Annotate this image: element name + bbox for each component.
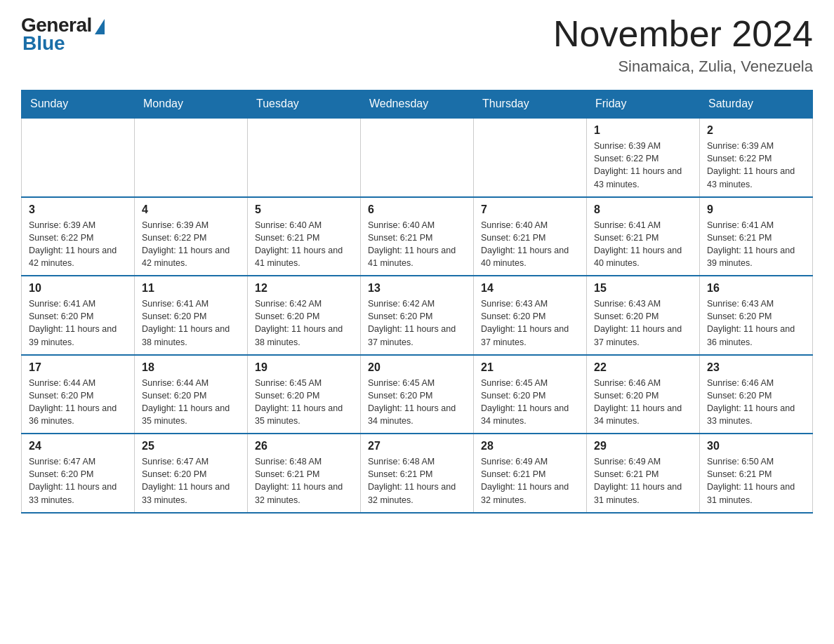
day-number: 5 <box>255 203 353 216</box>
day-number: 8 <box>594 203 692 216</box>
day-number: 19 <box>255 361 353 374</box>
day-info: Sunrise: 6:49 AM Sunset: 6:21 PM Dayligh… <box>594 455 692 507</box>
calendar-cell: 28Sunrise: 6:49 AM Sunset: 6:21 PM Dayli… <box>474 434 587 513</box>
day-number: 18 <box>142 361 240 374</box>
calendar-cell <box>22 118 135 197</box>
day-info: Sunrise: 6:41 AM Sunset: 6:21 PM Dayligh… <box>707 219 805 270</box>
calendar-cell: 24Sunrise: 6:47 AM Sunset: 6:20 PM Dayli… <box>22 434 135 513</box>
logo-blue-text: Blue <box>22 32 65 55</box>
calendar-cell: 9Sunrise: 6:41 AM Sunset: 6:21 PM Daylig… <box>700 197 813 276</box>
calendar-cell <box>474 118 587 197</box>
day-number: 1 <box>594 124 692 137</box>
calendar-cell: 11Sunrise: 6:41 AM Sunset: 6:20 PM Dayli… <box>135 276 248 355</box>
day-info: Sunrise: 6:46 AM Sunset: 6:20 PM Dayligh… <box>707 377 805 428</box>
day-number: 2 <box>707 124 805 137</box>
day-number: 22 <box>594 361 692 374</box>
day-info: Sunrise: 6:46 AM Sunset: 6:20 PM Dayligh… <box>594 377 692 428</box>
day-info: Sunrise: 6:43 AM Sunset: 6:20 PM Dayligh… <box>594 297 692 349</box>
day-number: 16 <box>707 282 805 295</box>
day-number: 9 <box>707 203 805 216</box>
day-info: Sunrise: 6:39 AM Sunset: 6:22 PM Dayligh… <box>29 219 127 270</box>
calendar-week-row: 10Sunrise: 6:41 AM Sunset: 6:20 PM Dayli… <box>22 276 813 355</box>
day-number: 7 <box>481 203 579 216</box>
calendar-cell: 4Sunrise: 6:39 AM Sunset: 6:22 PM Daylig… <box>135 197 248 276</box>
calendar-cell <box>361 118 474 197</box>
calendar-cell: 19Sunrise: 6:45 AM Sunset: 6:20 PM Dayli… <box>248 355 361 434</box>
calendar-week-row: 24Sunrise: 6:47 AM Sunset: 6:20 PM Dayli… <box>22 434 813 513</box>
calendar-cell: 3Sunrise: 6:39 AM Sunset: 6:22 PM Daylig… <box>22 197 135 276</box>
logo: General Blue <box>21 14 105 55</box>
calendar-cell: 5Sunrise: 6:40 AM Sunset: 6:21 PM Daylig… <box>248 197 361 276</box>
day-number: 21 <box>481 361 579 374</box>
calendar-cell: 26Sunrise: 6:48 AM Sunset: 6:21 PM Dayli… <box>248 434 361 513</box>
calendar-cell: 27Sunrise: 6:48 AM Sunset: 6:21 PM Dayli… <box>361 434 474 513</box>
calendar-cell: 7Sunrise: 6:40 AM Sunset: 6:21 PM Daylig… <box>474 197 587 276</box>
calendar-cell: 21Sunrise: 6:45 AM Sunset: 6:20 PM Dayli… <box>474 355 587 434</box>
calendar-cell: 18Sunrise: 6:44 AM Sunset: 6:20 PM Dayli… <box>135 355 248 434</box>
day-info: Sunrise: 6:48 AM Sunset: 6:21 PM Dayligh… <box>368 455 466 507</box>
day-number: 20 <box>368 361 466 374</box>
day-info: Sunrise: 6:45 AM Sunset: 6:20 PM Dayligh… <box>255 377 353 428</box>
day-info: Sunrise: 6:41 AM Sunset: 6:20 PM Dayligh… <box>29 297 127 349</box>
calendar-table: SundayMondayTuesdayWednesdayThursdayFrid… <box>21 90 813 514</box>
calendar-cell: 30Sunrise: 6:50 AM Sunset: 6:21 PM Dayli… <box>700 434 813 513</box>
day-info: Sunrise: 6:47 AM Sunset: 6:20 PM Dayligh… <box>142 455 240 507</box>
weekday-header-saturday: Saturday <box>700 90 813 119</box>
calendar-cell: 17Sunrise: 6:44 AM Sunset: 6:20 PM Dayli… <box>22 355 135 434</box>
day-number: 23 <box>707 361 805 374</box>
day-info: Sunrise: 6:48 AM Sunset: 6:21 PM Dayligh… <box>255 455 353 507</box>
day-info: Sunrise: 6:39 AM Sunset: 6:22 PM Dayligh… <box>707 140 805 191</box>
day-info: Sunrise: 6:42 AM Sunset: 6:20 PM Dayligh… <box>255 297 353 349</box>
calendar-cell: 14Sunrise: 6:43 AM Sunset: 6:20 PM Dayli… <box>474 276 587 355</box>
weekday-header-sunday: Sunday <box>22 90 135 119</box>
day-number: 25 <box>142 440 240 452</box>
day-number: 4 <box>142 203 240 216</box>
title-section: November 2024 Sinamaica, Zulia, Venezuel… <box>553 14 813 76</box>
weekday-header-friday: Friday <box>587 90 700 119</box>
weekday-header-wednesday: Wednesday <box>361 90 474 119</box>
day-info: Sunrise: 6:40 AM Sunset: 6:21 PM Dayligh… <box>255 219 353 270</box>
day-number: 10 <box>29 282 127 295</box>
day-number: 17 <box>29 361 127 374</box>
logo-triangle-icon <box>95 19 105 34</box>
day-info: Sunrise: 6:45 AM Sunset: 6:20 PM Dayligh… <box>368 377 466 428</box>
weekday-header-monday: Monday <box>135 90 248 119</box>
calendar-week-row: 17Sunrise: 6:44 AM Sunset: 6:20 PM Dayli… <box>22 355 813 434</box>
day-number: 15 <box>594 282 692 295</box>
calendar-cell: 12Sunrise: 6:42 AM Sunset: 6:20 PM Dayli… <box>248 276 361 355</box>
page-header: General Blue November 2024 Sinamaica, Zu… <box>21 14 813 76</box>
day-info: Sunrise: 6:50 AM Sunset: 6:21 PM Dayligh… <box>707 455 805 507</box>
day-info: Sunrise: 6:40 AM Sunset: 6:21 PM Dayligh… <box>481 219 579 270</box>
day-number: 13 <box>368 282 466 295</box>
day-number: 3 <box>29 203 127 216</box>
day-number: 12 <box>255 282 353 295</box>
day-info: Sunrise: 6:47 AM Sunset: 6:20 PM Dayligh… <box>29 455 127 507</box>
day-number: 26 <box>255 440 353 452</box>
calendar-cell: 25Sunrise: 6:47 AM Sunset: 6:20 PM Dayli… <box>135 434 248 513</box>
calendar-cell: 10Sunrise: 6:41 AM Sunset: 6:20 PM Dayli… <box>22 276 135 355</box>
day-info: Sunrise: 6:49 AM Sunset: 6:21 PM Dayligh… <box>481 455 579 507</box>
weekday-header-thursday: Thursday <box>474 90 587 119</box>
location-title: Sinamaica, Zulia, Venezuela <box>553 58 813 76</box>
day-number: 30 <box>707 440 805 452</box>
day-info: Sunrise: 6:43 AM Sunset: 6:20 PM Dayligh… <box>481 297 579 349</box>
day-info: Sunrise: 6:40 AM Sunset: 6:21 PM Dayligh… <box>368 219 466 270</box>
calendar-cell: 2Sunrise: 6:39 AM Sunset: 6:22 PM Daylig… <box>700 118 813 197</box>
day-number: 27 <box>368 440 466 452</box>
weekday-header-tuesday: Tuesday <box>248 90 361 119</box>
day-info: Sunrise: 6:41 AM Sunset: 6:21 PM Dayligh… <box>594 219 692 270</box>
day-info: Sunrise: 6:39 AM Sunset: 6:22 PM Dayligh… <box>142 219 240 270</box>
calendar-cell: 15Sunrise: 6:43 AM Sunset: 6:20 PM Dayli… <box>587 276 700 355</box>
day-info: Sunrise: 6:43 AM Sunset: 6:20 PM Dayligh… <box>707 297 805 349</box>
day-info: Sunrise: 6:44 AM Sunset: 6:20 PM Dayligh… <box>142 377 240 428</box>
day-number: 28 <box>481 440 579 452</box>
calendar-week-row: 1Sunrise: 6:39 AM Sunset: 6:22 PM Daylig… <box>22 118 813 197</box>
calendar-cell: 29Sunrise: 6:49 AM Sunset: 6:21 PM Dayli… <box>587 434 700 513</box>
day-info: Sunrise: 6:44 AM Sunset: 6:20 PM Dayligh… <box>29 377 127 428</box>
day-number: 29 <box>594 440 692 452</box>
calendar-cell: 23Sunrise: 6:46 AM Sunset: 6:20 PM Dayli… <box>700 355 813 434</box>
calendar-cell: 16Sunrise: 6:43 AM Sunset: 6:20 PM Dayli… <box>700 276 813 355</box>
day-info: Sunrise: 6:39 AM Sunset: 6:22 PM Dayligh… <box>594 140 692 191</box>
calendar-cell: 20Sunrise: 6:45 AM Sunset: 6:20 PM Dayli… <box>361 355 474 434</box>
calendar-cell <box>135 118 248 197</box>
